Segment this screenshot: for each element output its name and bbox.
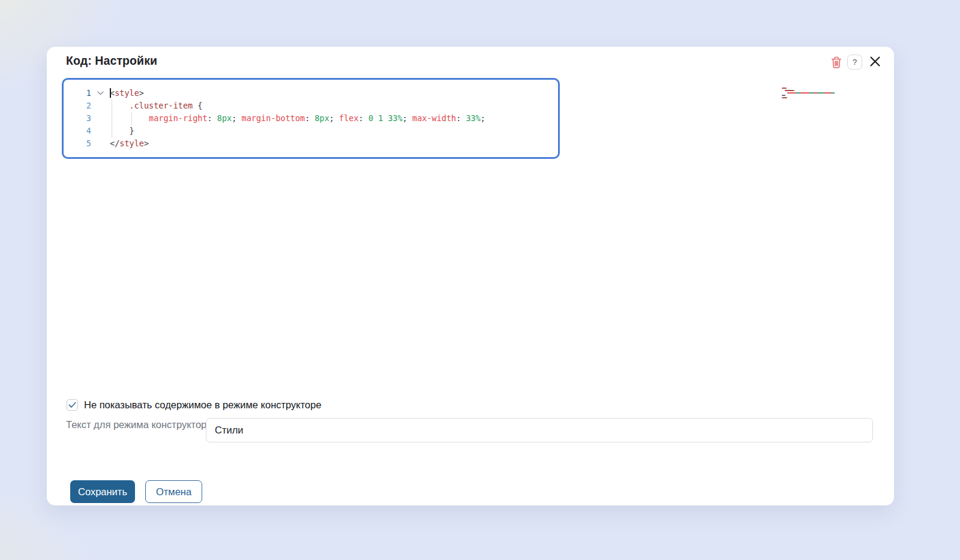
hide-in-constructor-checkbox[interactable] xyxy=(67,399,78,411)
save-button[interactable]: Сохранить xyxy=(70,480,135,503)
hide-in-constructor-label: Не показывать содержимое в режиме констр… xyxy=(84,399,322,411)
code-text: </style> xyxy=(110,137,558,150)
code-line: 2 .cluster-item { xyxy=(64,100,558,112)
code-editor-lines[interactable]: 1<style>2 .cluster-item {3 margin-right:… xyxy=(64,80,558,150)
code-minimap[interactable] xyxy=(782,88,842,101)
code-text: } xyxy=(110,125,558,137)
code-line: 3 margin-right: 8px; margin-bottom: 8px;… xyxy=(64,112,558,125)
trash-icon xyxy=(831,61,842,70)
close-button[interactable] xyxy=(869,56,881,68)
constructor-text-input[interactable] xyxy=(206,418,873,442)
line-number: 1 xyxy=(64,87,91,100)
code-line: 4 } xyxy=(64,125,558,137)
page-background: { "window": { "title": "Код: Настройки" … xyxy=(0,0,960,560)
constructor-text-label: Текст для режима конструктора xyxy=(66,419,216,431)
code-text: .cluster-item { xyxy=(110,100,558,112)
fold-spacer xyxy=(91,125,110,137)
code-editor[interactable]: 1<style>2 .cluster-item {3 margin-right:… xyxy=(62,78,560,159)
code-line: 5</style> xyxy=(64,137,558,150)
constructor-visibility-row: Не показывать содержимое в режиме констр… xyxy=(67,399,322,411)
line-number: 3 xyxy=(64,112,91,125)
line-number: 4 xyxy=(64,125,91,137)
cancel-button[interactable]: Отмена xyxy=(145,480,202,503)
fold-spacer xyxy=(91,100,110,112)
question-mark-icon: ? xyxy=(853,58,857,67)
fold-chevron-icon[interactable] xyxy=(91,87,110,100)
code-text: <style> xyxy=(110,87,558,100)
delete-button[interactable] xyxy=(830,56,842,68)
fold-spacer xyxy=(91,112,110,125)
line-number: 5 xyxy=(64,137,91,150)
code-line: 1<style> xyxy=(64,87,558,100)
dialog-title: Код: Настройки xyxy=(66,54,157,68)
line-number: 2 xyxy=(64,100,91,112)
code-settings-dialog: Код: Настройки ? 1<style>2 .cluster-item… xyxy=(47,47,894,505)
code-text: margin-right: 8px; margin-bottom: 8px; f… xyxy=(110,112,558,125)
help-button[interactable]: ? xyxy=(847,55,862,70)
close-icon xyxy=(869,60,881,69)
fold-spacer xyxy=(91,137,110,150)
